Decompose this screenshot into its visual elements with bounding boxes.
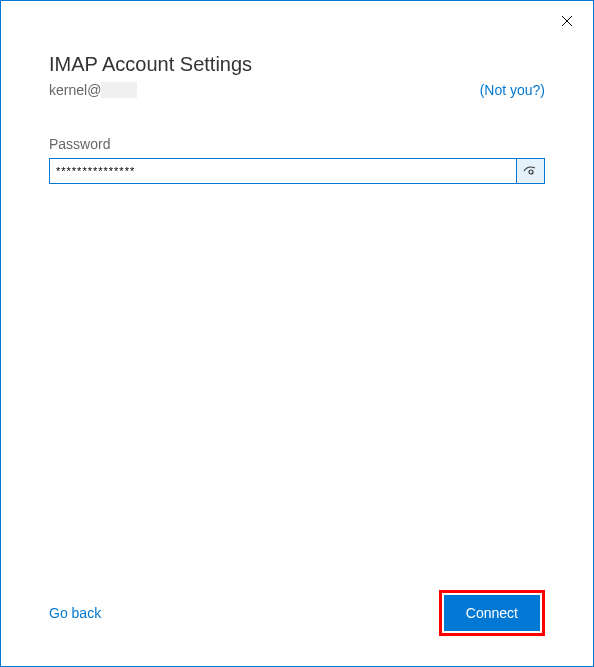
page-title: IMAP Account Settings [49,53,545,76]
close-button[interactable] [557,11,577,31]
email-domain-redacted [101,82,137,98]
not-you-link[interactable]: (Not you?) [480,82,545,98]
connect-button[interactable]: Connect [444,595,540,631]
dialog-window: IMAP Account Settings kernel@ (Not you?)… [0,0,594,667]
password-input[interactable] [50,159,516,183]
header-row: kernel@ (Not you?) [49,82,545,98]
password-field-container [49,158,545,184]
go-back-link[interactable]: Go back [49,605,101,621]
close-icon [561,15,573,27]
connect-highlight: Connect [439,590,545,636]
reveal-password-button[interactable] [516,159,544,183]
eye-icon [523,165,539,177]
email-display: kernel@ [49,82,137,98]
email-prefix: kernel@ [49,82,101,98]
svg-point-2 [529,170,533,174]
content-area: IMAP Account Settings kernel@ (Not you?)… [1,1,593,184]
password-label: Password [49,136,545,152]
footer: Go back Connect [49,590,545,636]
